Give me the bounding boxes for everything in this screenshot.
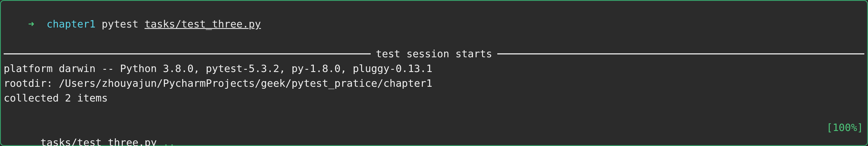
platform-line: platform darwin -- Python 3.8.0, pytest-…	[4, 61, 864, 76]
session-start-label: test session starts	[374, 47, 494, 61]
session-start-divider: test session starts	[4, 47, 864, 61]
test-progress: [100%]	[827, 120, 864, 146]
divider-line-left	[4, 53, 371, 54]
test-pass-dots: ..	[163, 137, 175, 146]
terminal-window: ➜ chapter1 pytest tasks/test_three.py te…	[0, 0, 868, 146]
rootdir-line: rootdir: /Users/zhouyajun/PycharmProject…	[4, 76, 864, 91]
command-name: pytest	[102, 18, 138, 30]
prompt-arrow-icon: ➜	[28, 18, 34, 30]
test-result-line: tasks/test_three.py .. [100%]	[4, 120, 864, 146]
blank-line	[4, 105, 864, 120]
collected-line: collected 2 items	[4, 91, 864, 105]
prompt-line-1[interactable]: ➜ chapter1 pytest tasks/test_three.py	[4, 2, 864, 47]
divider-line-right	[497, 53, 864, 54]
command-arg: tasks/test_three.py	[145, 18, 261, 30]
test-file-name: tasks/test_three.py	[40, 137, 163, 146]
prompt-cwd: chapter1	[46, 18, 95, 30]
